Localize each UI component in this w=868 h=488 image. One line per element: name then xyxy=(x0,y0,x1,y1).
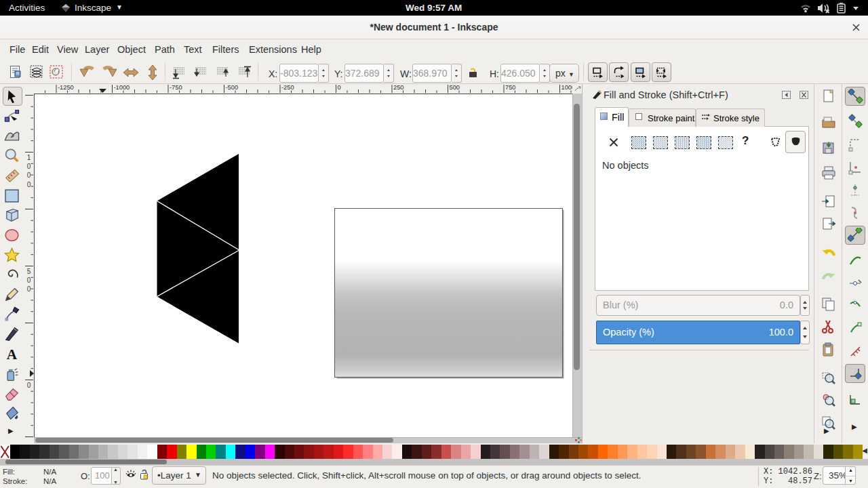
svg-text:0: 0 xyxy=(27,285,31,293)
svg-text:-1000: -1000 xyxy=(114,84,130,91)
svg-text:0: 0 xyxy=(338,84,341,91)
svg-text:0: 0 xyxy=(27,382,31,389)
svg-text:500: 500 xyxy=(450,84,460,91)
svg-text:1: 1 xyxy=(27,154,31,161)
svg-text:750: 750 xyxy=(505,84,516,91)
svg-text:250: 250 xyxy=(393,84,404,91)
svg-text:A: A xyxy=(7,346,18,363)
svg-text:-250: -250 xyxy=(281,84,294,91)
svg-text:-1250: -1250 xyxy=(58,84,74,91)
svg-text:-750: -750 xyxy=(170,84,182,91)
svg-text:1000: 1000 xyxy=(561,84,573,91)
svg-text:0: 0 xyxy=(27,181,31,188)
svg-text:-500: -500 xyxy=(226,84,239,91)
svg-text:5: 5 xyxy=(27,268,31,275)
svg-text:0: 0 xyxy=(27,163,31,170)
svg-text:0: 0 xyxy=(27,171,31,179)
svg-text:0: 0 xyxy=(27,277,31,284)
